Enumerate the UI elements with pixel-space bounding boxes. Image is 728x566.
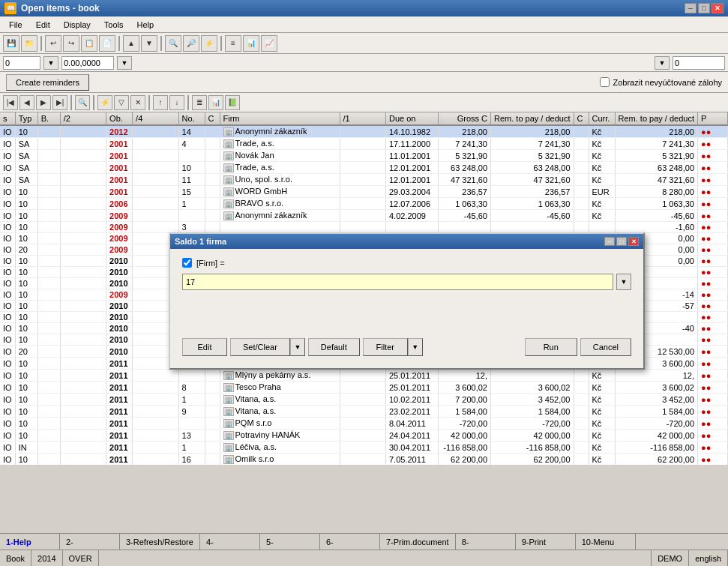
modal-close[interactable]: ✕ [628, 237, 639, 246]
modal-maximize[interactable]: □ [616, 237, 627, 246]
modal-firm-label: [Firm] = [196, 259, 225, 268]
modal-run-button[interactable]: Run [525, 338, 577, 356]
modal-filter-button[interactable]: Filter [363, 338, 408, 356]
modal-title-bar: Saldo 1 firma ─ □ ✕ [170, 234, 643, 249]
modal-default-button[interactable]: Default [308, 338, 360, 356]
modal-cancel-button[interactable]: Cancel [580, 338, 631, 356]
modal-title-text: Saldo 1 firma [175, 237, 226, 246]
modal-setclear-dropdown[interactable]: ▼ [290, 338, 305, 356]
modal-minimize[interactable]: ─ [604, 237, 615, 246]
saldo-modal: Saldo 1 firma ─ □ ✕ [Firm] = ▼ Edit [169, 232, 645, 370]
modal-setclear-button[interactable]: Set/Clear [230, 338, 290, 356]
modal-overlay: Saldo 1 firma ─ □ ✕ [Firm] = ▼ Edit [0, 0, 728, 566]
modal-edit-button[interactable]: Edit [182, 338, 227, 356]
modal-filter-dropdown[interactable]: ▼ [408, 338, 423, 356]
modal-firm-dropdown[interactable]: ▼ [616, 274, 631, 290]
modal-firm-input[interactable] [182, 274, 613, 290]
modal-firm-checkbox[interactable] [182, 258, 192, 268]
